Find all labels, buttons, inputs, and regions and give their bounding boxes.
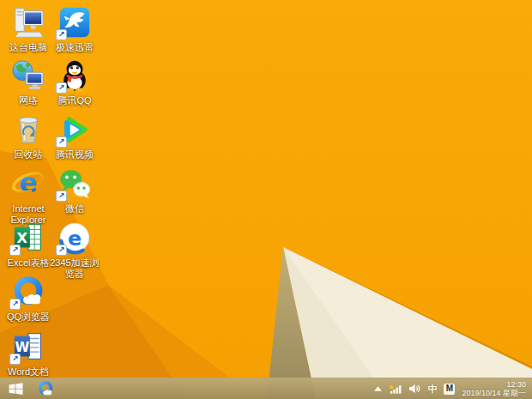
tencent-video-icon: ↗ xyxy=(57,112,92,147)
network-status-icon[interactable] xyxy=(389,384,402,394)
desktop-icon-internet-explorer[interactable]: e Internet Explorer xyxy=(2,166,55,225)
svg-text:e: e xyxy=(68,227,82,251)
start-button[interactable] xyxy=(0,378,31,399)
desktop-icon-tencent-qq[interactable]: ↗ 腾讯QQ xyxy=(48,58,101,106)
shortcut-arrow-icon: ↗ xyxy=(56,190,67,202)
desktop-icon-label: 腾讯QQ xyxy=(57,95,91,106)
desktop-icon-label: 微信 xyxy=(65,203,84,215)
desktop-icon-qq-browser[interactable]: ↗ QQ浏览器 xyxy=(2,275,55,323)
this-pc-icon xyxy=(11,5,45,39)
system-tray: 中 M 12:30 2019/10/14 星期一 xyxy=(374,378,532,399)
windows-logo-icon xyxy=(9,383,23,395)
shortcut-arrow-icon: ↗ xyxy=(56,29,67,40)
clock-date: 2019/10/14 星期一 xyxy=(462,389,526,398)
shortcut-arrow-icon: ↗ xyxy=(56,245,67,256)
desktop-icon-2345-browser[interactable]: e ↗ 2345加速浏览器 xyxy=(48,221,101,279)
desktop-icon-label: QQ浏览器 xyxy=(7,311,50,323)
desktop-icon-label: 这台电脑 xyxy=(9,42,47,53)
qq-penguin-icon: ↗ xyxy=(57,58,92,93)
shortcut-arrow-icon: ↗ xyxy=(9,354,21,365)
taskbar-clock[interactable]: 12:30 2019/10/14 星期一 xyxy=(462,380,526,398)
desktop-icon-excel[interactable]: X ↗ Excel表格 xyxy=(2,221,55,269)
shortcut-arrow-icon: ↗ xyxy=(56,82,67,94)
shortcut-arrow-icon: ↗ xyxy=(9,299,21,310)
shortcut-arrow-icon: ↗ xyxy=(9,245,21,256)
taskbar-item-qq-browser[interactable] xyxy=(31,378,60,399)
desktop-icon-label: Excel表格 xyxy=(8,257,50,269)
desktop-icon-label: 极速迅雷 xyxy=(56,42,94,53)
excel-icon: X ↗ xyxy=(11,221,45,255)
clock-time: 12:30 xyxy=(462,380,526,390)
desktop-icon-this-pc[interactable]: 这台电脑 xyxy=(2,5,55,53)
qq-browser-icon xyxy=(37,380,54,397)
desktop-icon-label: 网络 xyxy=(19,95,38,106)
2345-browser-icon: e ↗ xyxy=(57,221,92,255)
xunlei-icon: ↗ xyxy=(57,5,92,39)
svg-text:W: W xyxy=(15,340,29,355)
shortcut-arrow-icon: ↗ xyxy=(56,136,67,148)
recycle-bin-icon xyxy=(11,112,45,147)
taskbar: 中 M 12:30 2019/10/14 星期一 xyxy=(0,378,532,399)
desktop-icon-label: 2345加速浏览器 xyxy=(48,257,101,279)
word-icon: W ↗ xyxy=(11,329,45,364)
desktop-icon-label: 腾讯视频 xyxy=(56,149,94,160)
wechat-icon: ↗ xyxy=(57,166,92,201)
desktop-icon-recycle-bin[interactable]: 回收站 xyxy=(2,112,55,160)
desktop-icon-network[interactable]: 网络 xyxy=(2,58,55,106)
desktop-icon-label: Word文档 xyxy=(8,366,49,378)
desktop-icon-wechat[interactable]: ↗ 微信 xyxy=(48,166,101,215)
show-hidden-icons-chevron-icon[interactable] xyxy=(374,386,382,391)
internet-explorer-icon: e xyxy=(11,166,45,201)
desktop-icon-word[interactable]: W ↗ Word文档 xyxy=(2,329,55,378)
svg-text:X: X xyxy=(17,230,28,246)
desktop-icon-tencent-video[interactable]: ↗ 腾讯视频 xyxy=(48,112,101,160)
qq-browser-icon: ↗ xyxy=(11,275,45,309)
desktop-icon-label: 回收站 xyxy=(15,149,43,160)
volume-icon[interactable] xyxy=(408,384,420,394)
desktop[interactable]: 这台电脑 网络 xyxy=(0,0,532,399)
ime-badge[interactable]: M xyxy=(444,384,455,395)
ime-chinese-mode-indicator[interactable]: 中 xyxy=(427,383,437,396)
network-icon xyxy=(11,58,45,93)
desktop-icon-xunlei[interactable]: ↗ 极速迅雷 xyxy=(48,5,101,53)
